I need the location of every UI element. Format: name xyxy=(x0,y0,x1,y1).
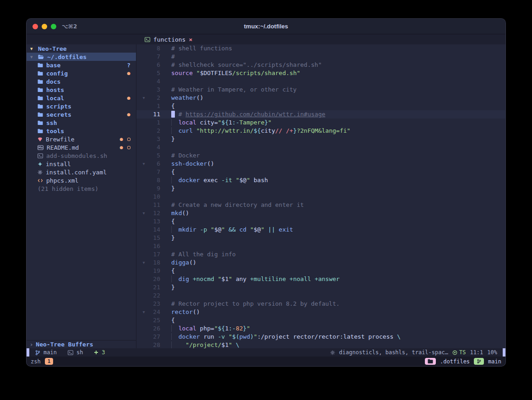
fold-column xyxy=(140,201,147,209)
neotree-title-row[interactable]: ▾Neo-Tree xyxy=(27,44,136,53)
shell-icon xyxy=(38,153,43,158)
tree-item-tools[interactable]: tools xyxy=(27,127,136,135)
close-window-button[interactable] xyxy=(33,24,38,29)
fold-column xyxy=(140,135,147,143)
neotree-list: ▾Neo-Tree▾~/.dotfilesbase?config●docshos… xyxy=(27,44,136,340)
tab-close-icon[interactable]: × xyxy=(189,36,192,43)
code-line-7[interactable]: ▾2weather() xyxy=(136,94,505,102)
fold-column xyxy=(140,119,147,127)
fold-chevron-icon: ▾ xyxy=(140,259,147,267)
xml-icon xyxy=(38,178,43,183)
statusline-right-cap xyxy=(503,348,505,357)
code-line-33[interactable]: ▾24rector() xyxy=(136,308,505,316)
fold-column xyxy=(140,127,147,135)
code-line-12[interactable]: 3} xyxy=(136,135,505,143)
code-line-10[interactable]: 1 local city="${1:-Tampere}" xyxy=(136,119,505,127)
neotree-buffers-header[interactable]: › Neo-Tree Buffers xyxy=(27,340,136,348)
code-line-15[interactable]: ▾6ssh-docker() xyxy=(136,160,505,168)
zoom-window-button[interactable] xyxy=(51,24,56,29)
code-line-28[interactable]: 19{ xyxy=(136,267,505,275)
titlebar: ⌥⌘2 tmux:~/.dotfiles xyxy=(27,19,505,34)
tree-item-install-conf-yaml[interactable]: install.conf.yaml xyxy=(27,168,136,176)
fold-column xyxy=(140,226,147,234)
code-line-18[interactable]: 9} xyxy=(136,184,505,193)
code-line-26[interactable]: 17# All the dig info xyxy=(136,250,505,259)
tree-item-base[interactable]: base? xyxy=(27,61,136,69)
code-line-20[interactable]: 11# Create a new directory and enter it xyxy=(136,201,505,209)
tree-item-install[interactable]: install xyxy=(27,160,136,168)
tree-item-local[interactable]: local● xyxy=(27,94,136,102)
buffers-title: Neo-Tree Buffers xyxy=(36,341,93,348)
folder-icon xyxy=(428,359,433,364)
code-text: { xyxy=(171,217,175,226)
code-line-27[interactable]: ▾18digga() xyxy=(136,259,505,267)
code-line-23[interactable]: 14 mkdir -p "$@" && cd "$@" || exit xyxy=(136,226,505,234)
code-line-17[interactable]: 8 docker exec -it "$@" bash xyxy=(136,176,505,184)
tree-item-ssh[interactable]: ssh xyxy=(27,119,136,127)
tree-root-label: ~/.dotfiles xyxy=(47,54,87,60)
chevron-right-icon: › xyxy=(30,341,33,348)
markdown-icon xyxy=(38,145,43,150)
code-line-2[interactable]: 7# xyxy=(136,53,505,61)
code-line-5[interactable]: 4 xyxy=(136,77,505,86)
line-number: 19 xyxy=(147,267,160,275)
minimize-window-button[interactable] xyxy=(42,24,47,29)
code-line-14[interactable]: 5# Docker xyxy=(136,151,505,160)
tree-item-hosts[interactable]: hosts xyxy=(27,86,136,94)
tree-item-phpcs-xml[interactable]: phpcs.xml xyxy=(27,176,136,184)
code-line-16[interactable]: 7{ xyxy=(136,168,505,176)
code-line-6[interactable]: 3# Weather in Tampere, or other city xyxy=(136,86,505,94)
code-text: docker run -v "$(pwd)":/project rector/r… xyxy=(171,333,401,341)
code-line-37[interactable]: 28 "/project/$1" \ xyxy=(136,341,505,348)
dot-badge-icon: ● xyxy=(127,96,130,100)
fold-column xyxy=(140,61,147,69)
code-line-31[interactable]: 22 xyxy=(136,292,505,300)
code-line-19[interactable]: 10 xyxy=(136,193,505,201)
code-line-24[interactable]: 15} xyxy=(136,234,505,242)
code-line-29[interactable]: 20 dig +nocmd "$1" any +multiline +noall… xyxy=(136,275,505,283)
tree-item-scripts[interactable]: scripts xyxy=(27,102,136,110)
cursor-block xyxy=(171,111,175,118)
folder-icon xyxy=(38,129,43,134)
code-text: mkdir -p "$@" && cd "$@" || exit xyxy=(171,226,293,234)
line-number: 13 xyxy=(147,217,160,226)
fold-column xyxy=(140,77,147,86)
folder-open-icon xyxy=(38,54,44,59)
tree-item-config[interactable]: config● xyxy=(27,69,136,77)
git-status-badges: ● xyxy=(127,71,132,76)
tree-item-secrets[interactable]: secrets● xyxy=(27,110,136,119)
tree-item-add-submodules-sh[interactable]: add-submodules.sh xyxy=(27,151,136,160)
code-line-13[interactable]: 4 xyxy=(136,143,505,151)
diff-added-count: 3 xyxy=(102,349,105,356)
code-line-34[interactable]: 25{ xyxy=(136,316,505,324)
tree-item-brewfile[interactable]: Brewfile● xyxy=(27,135,136,143)
code-line-3[interactable]: 6# shellcheck source="../scripts/shared.… xyxy=(136,61,505,69)
code-line-8[interactable]: 1{ xyxy=(136,102,505,110)
tab-functions[interactable]: functions × xyxy=(140,34,197,44)
code-line-36[interactable]: 27 docker run -v "$(pwd)":/project recto… xyxy=(136,333,505,341)
code-line-21[interactable]: ▾12mkd() xyxy=(136,209,505,217)
code-line-22[interactable]: 13{ xyxy=(136,217,505,226)
tree-item-docs[interactable]: docs xyxy=(27,77,136,86)
cursor-position: 11:1 xyxy=(470,349,483,356)
treesitter-icon xyxy=(452,350,457,355)
star-icon xyxy=(38,162,43,167)
code-line-35[interactable]: 26 local php="${1:-82}" xyxy=(136,324,505,333)
line-number: 23 xyxy=(147,300,160,308)
code-line-4[interactable]: 5source "$DOTFILES/scripts/shared.sh" xyxy=(136,69,505,77)
code-line-25[interactable]: 16 xyxy=(136,242,505,250)
tree-item-label: phpcs.xml xyxy=(46,177,78,184)
git-status-badges: ● xyxy=(127,96,132,100)
code-line-32[interactable]: 23# Rector project to php version 8.2 by… xyxy=(136,300,505,308)
code-area[interactable]: 8# shell functions7#6# shellcheck source… xyxy=(136,44,505,348)
tree-item-root[interactable]: ▾~/.dotfiles xyxy=(27,53,136,61)
code-line-11[interactable]: 2 curl "http://wttr.in/${city// /+}?2nFQ… xyxy=(136,127,505,135)
line-number: 14 xyxy=(147,226,160,234)
tree-item-label: install xyxy=(46,161,71,168)
code-line-30[interactable]: 21} xyxy=(136,283,505,292)
tree-item-readme-md[interactable]: README.md● xyxy=(27,143,136,151)
folder-icon xyxy=(38,112,43,117)
code-line-9[interactable]: 11 # https://github.com/chubin/wttr.in#u… xyxy=(136,110,505,119)
tmux-window-index-badge[interactable]: 1 xyxy=(45,358,54,365)
code-line-1[interactable]: 8# shell functions xyxy=(136,44,505,53)
